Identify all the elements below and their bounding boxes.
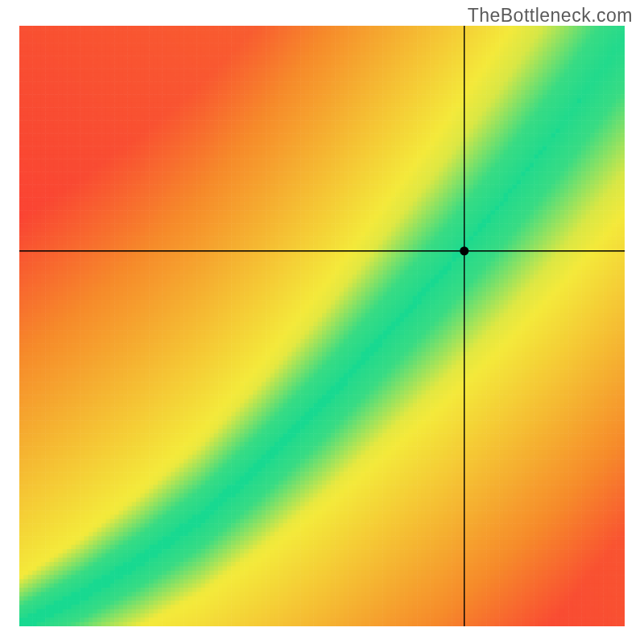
svg-rect-10635: [603, 348, 608, 353]
svg-rect-4210: [63, 155, 68, 159]
svg-rect-12870: [581, 416, 586, 421]
svg-rect-3371: [67, 129, 72, 134]
svg-rect-16515: [603, 527, 608, 532]
svg-rect-18318: [530, 584, 535, 588]
svg-rect-18786: [132, 601, 137, 605]
svg-rect-17418: [270, 558, 275, 563]
svg-rect-15583: [205, 502, 210, 506]
svg-rect-17413: [249, 558, 254, 563]
svg-rect-7174: [167, 245, 171, 250]
svg-rect-8580: [192, 287, 197, 292]
svg-rect-9973: [162, 330, 167, 335]
svg-rect-6196: [175, 214, 180, 219]
svg-rect-461: [196, 39, 201, 43]
svg-rect-10158: [357, 335, 361, 340]
svg-rect-15306: [218, 493, 223, 498]
svg-rect-10206: [564, 335, 569, 340]
svg-rect-4330: [581, 155, 586, 159]
svg-rect-11099: [188, 365, 192, 369]
svg-rect-5304: [555, 184, 560, 189]
svg-rect-3240: [105, 125, 110, 130]
svg-rect-9886: [391, 326, 396, 331]
svg-rect-15212: [417, 489, 422, 493]
svg-rect-8104: [555, 270, 560, 275]
svg-rect-13660: [365, 442, 370, 447]
svg-rect-6581: [23, 227, 28, 232]
svg-rect-8595: [257, 287, 262, 292]
svg-rect-14226: [391, 459, 396, 464]
svg-rect-7703: [32, 262, 37, 266]
svg-rect-8876: [262, 296, 266, 301]
svg-rect-15614: [339, 502, 344, 506]
svg-rect-12220: [192, 399, 197, 404]
svg-rect-2821: [110, 112, 115, 117]
svg-rect-7065: [300, 240, 305, 245]
svg-rect-2022: [287, 86, 292, 91]
svg-rect-4921: [110, 176, 115, 181]
svg-rect-3413: [249, 129, 254, 134]
svg-rect-13817: [439, 446, 444, 451]
svg-rect-15546: [45, 502, 50, 506]
svg-rect-13194: [167, 429, 171, 434]
svg-rect-14159: [101, 459, 106, 464]
svg-rect-13184: [123, 429, 128, 434]
svg-rect-11719: [448, 382, 452, 386]
svg-rect-15656: [521, 502, 526, 506]
svg-rect-16200: [452, 519, 456, 524]
svg-rect-9846: [218, 326, 223, 331]
svg-rect-5662: [287, 197, 292, 202]
svg-rect-5234: [253, 184, 258, 189]
svg-rect-4266: [305, 155, 310, 159]
svg-rect-8899: [361, 296, 365, 301]
svg-rect-8550: [63, 287, 68, 292]
svg-rect-11407: [309, 374, 314, 378]
svg-rect-4847: [395, 171, 400, 176]
svg-rect-15876: [262, 510, 266, 515]
svg-rect-7614: [253, 258, 258, 262]
svg-rect-5198: [97, 184, 102, 189]
svg-rect-5519: [275, 193, 279, 198]
svg-rect-10181: [456, 335, 461, 340]
svg-rect-17554: [253, 562, 258, 567]
svg-rect-10097: [93, 335, 97, 340]
svg-rect-18543: [291, 592, 296, 597]
svg-rect-11650: [149, 382, 154, 386]
svg-rect-7002: [28, 240, 33, 245]
svg-rect-17991: [326, 575, 331, 580]
svg-rect-14416: [608, 464, 613, 469]
svg-rect-13290: [581, 429, 586, 434]
svg-rect-16628: [486, 532, 491, 537]
svg-rect-19168: [573, 609, 578, 614]
svg-rect-5625: [127, 197, 132, 202]
svg-rect-7953: [508, 266, 513, 270]
svg-rect-5643: [205, 197, 210, 202]
svg-rect-6100: [365, 210, 370, 215]
svg-rect-11801: [196, 386, 201, 391]
svg-rect-8143: [119, 275, 124, 279]
svg-rect-13915: [257, 451, 262, 456]
svg-rect-11612: [590, 378, 595, 382]
svg-rect-11523: [205, 378, 210, 382]
svg-rect-4731: [499, 167, 504, 172]
svg-rect-11273: [335, 369, 340, 374]
svg-rect-8180: [279, 275, 283, 279]
svg-rect-12618: [97, 412, 102, 417]
svg-rect-18381: [196, 588, 201, 592]
svg-rect-14181: [196, 459, 201, 464]
svg-rect-11725: [473, 382, 478, 386]
svg-rect-17746: [477, 566, 482, 571]
svg-rect-13482: [201, 438, 206, 443]
svg-rect-8242: [547, 275, 551, 279]
svg-rect-10610: [495, 348, 500, 353]
svg-rect-3384: [123, 129, 128, 134]
svg-rect-2650: [581, 103, 586, 108]
svg-rect-9515: [603, 313, 608, 318]
svg-rect-11743: [551, 382, 556, 386]
svg-rect-3152: [331, 120, 336, 125]
svg-rect-12070: [149, 394, 154, 399]
svg-rect-8773: [422, 291, 427, 296]
svg-rect-17565: [300, 562, 305, 567]
svg-rect-18285: [387, 584, 392, 588]
svg-rect-4954: [253, 176, 258, 181]
svg-rect-3274: [253, 125, 258, 130]
